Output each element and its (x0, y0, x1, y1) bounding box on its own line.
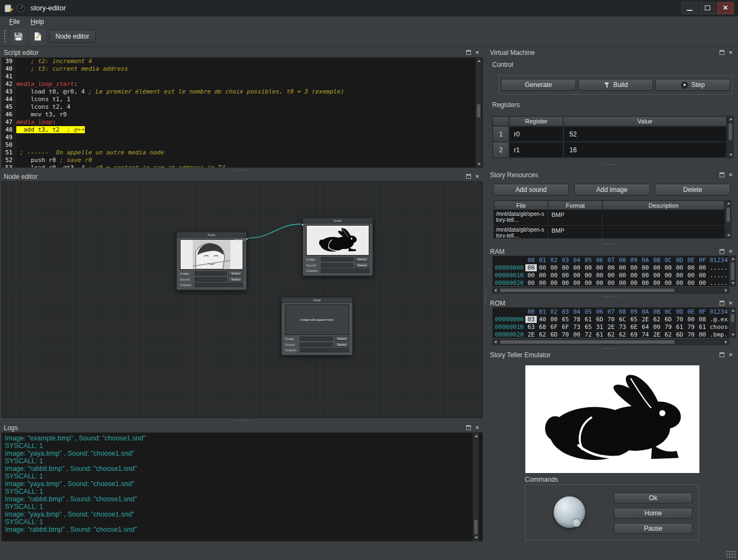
image-value-box[interactable] (300, 337, 333, 341)
sound-value-box[interactable] (195, 277, 227, 282)
minimize-button[interactable] (681, 2, 698, 14)
scroll-up-icon[interactable] (731, 309, 735, 312)
hex-byte[interactable]: 31 (594, 323, 605, 331)
hex-byte[interactable]: 00 (697, 279, 708, 287)
hex-byte[interactable]: 00 (617, 264, 628, 271)
hex-byte[interactable]: 00 (685, 264, 697, 271)
hex-byte[interactable]: 00 (594, 264, 605, 271)
image-value-box[interactable] (321, 257, 353, 262)
hex-byte[interactable]: 00 (537, 272, 548, 279)
hex-byte[interactable]: 65 (560, 316, 571, 323)
scroll-up-icon[interactable] (729, 118, 733, 120)
hex-byte[interactable]: 00 (685, 316, 697, 323)
hex-byte[interactable]: 6D (662, 316, 674, 323)
hex-byte[interactable]: 68 (537, 323, 548, 331)
node-editor-panel-header[interactable]: Node editor (1, 172, 483, 181)
hex-byte[interactable]: 6E (628, 323, 640, 331)
close-button[interactable] (717, 2, 734, 14)
close-panel-icon[interactable] (474, 425, 480, 431)
hex-byte[interactable]: 62 (617, 331, 628, 338)
hex-byte[interactable]: 79 (662, 323, 674, 331)
title-bar[interactable]: story-editor (0, 0, 738, 16)
hex-byte[interactable]: 6F (560, 323, 571, 331)
hex-byte[interactable]: 00 (674, 279, 685, 287)
scroll-down-icon[interactable] (731, 282, 735, 284)
input-port[interactable] (301, 223, 304, 226)
media-node-empty[interactable]: Node image will appear here ImageSelect … (281, 297, 353, 356)
outputs-value-box[interactable] (195, 283, 243, 287)
hex-byte[interactable]: 79 (685, 323, 697, 331)
hex-byte[interactable]: 6F (548, 323, 560, 331)
float-panel-icon[interactable] (720, 249, 724, 254)
hex-byte[interactable]: 00 (594, 279, 605, 287)
ram-panel-header[interactable]: RAM (487, 247, 736, 256)
hex-byte[interactable]: 70 (685, 331, 697, 338)
scrollbar-thumb[interactable] (730, 314, 735, 322)
scroll-down-icon[interactable] (477, 163, 481, 165)
script-editor-scrollbar[interactable] (475, 58, 482, 167)
scroll-up-icon[interactable] (477, 60, 481, 62)
resources-scrollbar[interactable] (725, 200, 731, 239)
hex-byte[interactable]: 00 (685, 272, 697, 279)
scroll-left-icon[interactable] (494, 340, 497, 344)
hex-byte[interactable]: 00 (651, 264, 662, 271)
hex-byte[interactable]: 00 (548, 272, 560, 279)
hex-byte[interactable]: 61 (594, 331, 605, 338)
menu-file[interactable]: File (4, 17, 24, 26)
hex-byte[interactable]: 00 (525, 272, 537, 279)
hex-byte[interactable]: 00 (605, 272, 617, 279)
hex-byte[interactable]: 00 (571, 279, 582, 287)
hex-byte[interactable]: 00 (525, 279, 537, 287)
hex-byte[interactable]: 00 (617, 279, 628, 287)
emulator-panel-header[interactable]: Story Teller Emulator (487, 350, 736, 359)
script-editor-panel-header[interactable]: Script editor (1, 48, 483, 57)
hex-byte[interactable]: 6D (548, 331, 560, 338)
hex-byte[interactable]: 00 (662, 272, 674, 279)
hex-byte[interactable]: 00 (582, 272, 594, 279)
image-value-box[interactable] (195, 271, 227, 276)
scrollbar-thumb[interactable] (726, 207, 730, 222)
hex-byte[interactable]: 70 (674, 316, 685, 323)
scroll-down-icon[interactable] (727, 234, 730, 237)
maximize-button[interactable] (699, 2, 716, 14)
sound-value-box[interactable] (321, 263, 353, 267)
step-button[interactable]: Step (655, 79, 730, 91)
scrollbar-thumb[interactable] (730, 262, 735, 281)
hex-byte[interactable]: 2E (651, 331, 662, 338)
add-sound-button[interactable]: Add sound (493, 184, 569, 196)
scroll-left-icon[interactable] (494, 289, 497, 292)
select-sound-button[interactable]: Select (334, 342, 349, 347)
hex-byte[interactable]: 00 (651, 323, 662, 331)
story-resources-panel-header[interactable]: Story Resources (487, 170, 736, 179)
resource-row[interactable]: /mnt/data/git/open-story-tell…BMP (494, 210, 724, 226)
ram-horizontal-scrollbar[interactable] (492, 287, 729, 294)
rom-horizontal-scrollbar[interactable] (492, 339, 729, 345)
float-panel-icon[interactable] (466, 50, 471, 55)
hex-byte[interactable]: 69 (628, 331, 640, 338)
node-title-bar[interactable]: Node (177, 232, 246, 238)
hex-byte[interactable]: 00 (662, 279, 674, 287)
hex-byte[interactable]: 2E (640, 316, 651, 323)
hex-byte[interactable]: 00 (697, 331, 708, 338)
scroll-down-icon[interactable] (731, 334, 735, 336)
pause-button[interactable]: Pause (614, 523, 692, 534)
scroll-up-icon[interactable] (727, 202, 730, 204)
splitter-handle[interactable] (227, 418, 260, 423)
hex-byte[interactable]: 00 (548, 279, 560, 287)
resources-table[interactable]: File Format Description /mnt/data/git/op… (493, 200, 725, 239)
hex-byte[interactable]: 61 (674, 323, 685, 331)
scrollbar-thumb[interactable] (500, 340, 675, 344)
hex-byte[interactable]: 2E (605, 323, 617, 331)
hex-byte[interactable]: 78 (571, 316, 582, 323)
outputs-value-box[interactable] (321, 269, 369, 273)
float-panel-icon[interactable] (720, 50, 724, 55)
select-sound-button[interactable]: Select (228, 277, 243, 282)
hex-byte[interactable]: 65 (628, 316, 640, 323)
register-row[interactable]: 2r116 (493, 142, 727, 158)
hex-byte[interactable]: 00 (571, 264, 582, 271)
hex-byte[interactable]: 74 (640, 331, 651, 338)
hex-byte[interactable]: 00 (560, 272, 571, 279)
hex-byte[interactable]: 62 (605, 331, 617, 338)
close-panel-icon[interactable] (728, 300, 734, 306)
hex-byte[interactable]: 00 (560, 279, 571, 287)
